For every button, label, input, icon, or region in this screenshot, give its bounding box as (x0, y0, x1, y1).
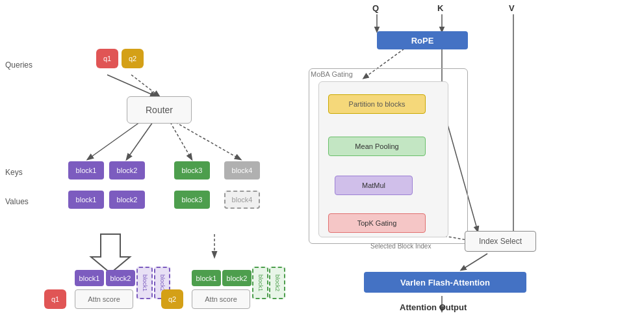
bottom-q2: q2 (161, 289, 183, 309)
attn-score-right: Attn score (192, 289, 250, 309)
right-diagram: Q K V RoPE MoBA Gating Partition to bloc… (299, 0, 644, 333)
values-label: Values (5, 197, 29, 206)
values-block1: block1 (68, 191, 104, 209)
keys-block1: block1 (68, 161, 104, 180)
attention-output-label: Attention Output (400, 302, 467, 312)
rope-box: RoPE (377, 31, 468, 49)
svg-line-1 (131, 75, 159, 96)
keys-block4: block4 (224, 161, 260, 180)
bottom-block1: block1 (75, 270, 104, 286)
svg-line-3 (127, 122, 153, 159)
q2-block: q2 (122, 49, 144, 68)
values-block2: block2 (109, 191, 145, 209)
keys-label: Keys (5, 168, 23, 177)
bottom-q1: q1 (44, 289, 66, 309)
keys-block3: block3 (174, 161, 210, 180)
svg-line-4 (170, 122, 192, 159)
selected-block-label: Selected Block Index (370, 243, 431, 250)
svg-line-0 (107, 75, 156, 96)
values-block3: block3 (174, 191, 210, 209)
keys-block2: block2 (109, 161, 145, 180)
svg-line-2 (88, 122, 140, 159)
matmul-box: MatMul (335, 176, 413, 195)
attn-score-left: Attn score (75, 289, 133, 309)
diagram-container: Queries Keys Values q1 q2 Router block1 … (0, 0, 644, 333)
moba-gating-label: MoBA Gating (311, 70, 353, 78)
bottom-block2-green: block2 (222, 270, 251, 286)
left-diagram: Queries Keys Values q1 q2 Router block1 … (0, 0, 299, 333)
bottom-block2: block2 (106, 270, 135, 286)
values-block4-outline: block4 (224, 191, 260, 209)
partition-box: Partition to blocks (328, 94, 426, 114)
bottom-block1-green: block1 (192, 270, 221, 286)
v-label: V (509, 3, 515, 13)
queries-label: Queries (5, 60, 32, 70)
svg-line-5 (175, 122, 240, 159)
q-label: Q (372, 3, 379, 13)
varlen-box: Varlen Flash-Attention (364, 272, 526, 293)
topk-box: TopK Gating (328, 213, 426, 233)
bottom-block1-v-green: block1 (252, 267, 268, 299)
q1-block: q1 (96, 49, 118, 68)
index-select-box: Index Select (465, 231, 536, 252)
mean-pooling-box: Mean Pooling (328, 137, 426, 156)
svg-marker-6 (91, 234, 130, 273)
bottom-block1-v: block1 (136, 267, 153, 299)
svg-line-19 (461, 254, 487, 270)
bottom-block2-v-green: block2 (269, 267, 285, 299)
router-box: Router (127, 96, 192, 124)
k-label: K (437, 3, 443, 13)
